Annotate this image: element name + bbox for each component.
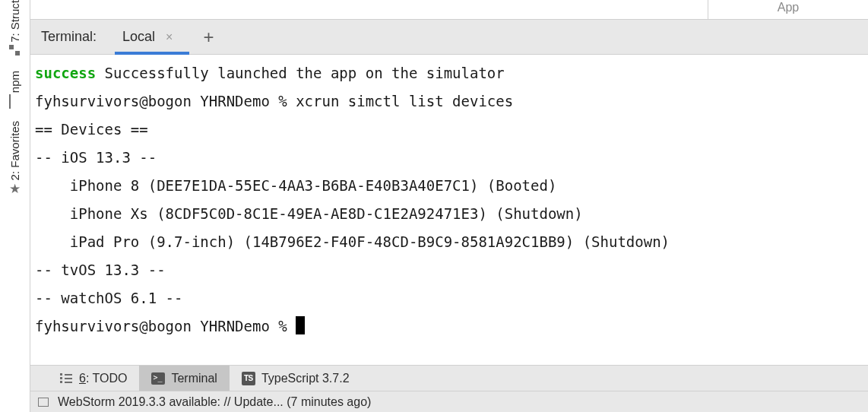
status-message[interactable]: WebStorm 2019.3.3 available: // Update..… (58, 395, 371, 409)
event-log-icon[interactable] (38, 398, 49, 407)
terminal-tab-label: Terminal (171, 372, 217, 385)
typescript-icon: TS (242, 372, 255, 385)
bottom-tool-tabs: 6: TODO Terminal TS TypeScript 3.7.2 (30, 365, 868, 391)
terminal-line: Successfully launched the app on the sim… (96, 65, 505, 81)
terminal-icon (151, 372, 165, 385)
editor-area[interactable] (30, 0, 708, 19)
npm-tool-tab[interactable]: npm (8, 71, 21, 107)
structure-icon (9, 45, 21, 57)
npm-icon (9, 95, 21, 107)
terminal-tab[interactable]: Terminal (139, 366, 229, 391)
structure-tool-tab[interactable]: 7: Struct (8, 0, 21, 57)
star-icon: ★ (9, 182, 21, 195)
success-word: success (35, 65, 96, 81)
sidebar-item-label: 7: Struct (8, 0, 21, 43)
todo-icon (59, 372, 73, 385)
sidebar-item-label: npm (8, 71, 21, 93)
terminal-line: fyhsurvivors@bogon YHRNDemo % xcrun simc… (35, 93, 513, 109)
terminal-line: -- iOS 13.3 -- (35, 149, 157, 166)
new-terminal-button[interactable]: + (203, 28, 214, 46)
favorites-tool-tab[interactable]: 2: Favorites ★ (8, 121, 21, 195)
terminal-line: iPhone Xs (8CDF5C0D-8C1E-49EA-AE8D-C1E2A… (35, 205, 583, 222)
editor-top-row: App (30, 0, 868, 20)
terminal-line: iPad Pro (9.7-inch) (14B796E2-F40F-48CD-… (35, 233, 670, 250)
todo-tab[interactable]: 6: TODO (47, 366, 139, 391)
todo-label: 6: TODO (79, 372, 127, 385)
terminal-line: -- watchOS 6.1 -- (35, 290, 182, 306)
terminal-output[interactable]: success Successfully launched the app on… (30, 55, 868, 365)
status-bar: WebStorm 2019.3.3 available: // Update..… (30, 391, 868, 412)
terminal-tab-local[interactable]: Local × (118, 20, 177, 54)
terminal-line: == Devices == (35, 121, 148, 138)
tool-window-strip: 7: Struct npm 2: Favorites ★ (0, 0, 30, 412)
cursor-icon (296, 316, 305, 334)
terminal-panel-header: Terminal: Local × + (30, 20, 868, 55)
terminal-title: Terminal: (41, 29, 97, 45)
terminal-line: -- tvOS 13.3 -- (35, 261, 166, 278)
terminal-prompt: fyhsurvivors@bogon YHRNDemo % (35, 318, 296, 334)
terminal-tab-label: Local (122, 29, 155, 45)
app-tab-label: App (778, 1, 799, 14)
terminal-line: iPhone 8 (DEE7E1DA-55EC-4AA3-B6BA-E40B3A… (35, 177, 556, 194)
app-tab[interactable]: App (708, 0, 868, 19)
typescript-tab[interactable]: TS TypeScript 3.7.2 (230, 366, 362, 391)
sidebar-item-label: 2: Favorites (8, 121, 21, 180)
close-icon[interactable]: × (166, 30, 173, 44)
typescript-tab-label: TypeScript 3.7.2 (261, 372, 350, 385)
